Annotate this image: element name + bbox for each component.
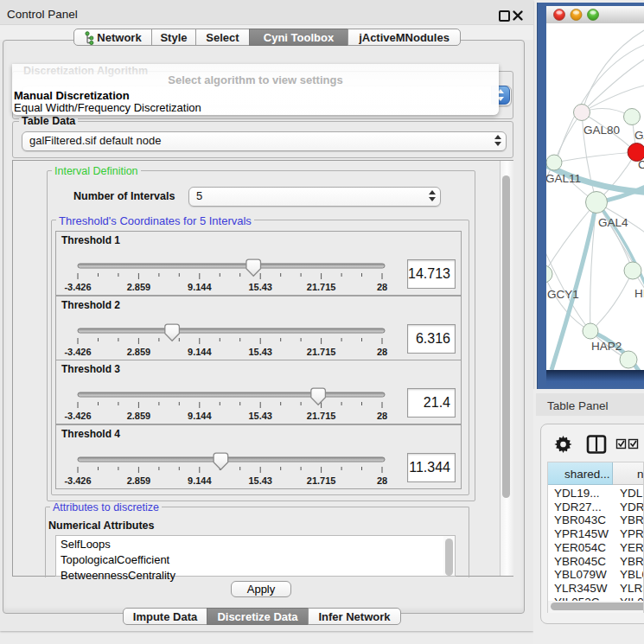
svg-text:15.43: 15.43 (248, 475, 272, 486)
svg-text:28: 28 (377, 347, 387, 357)
svg-text:CY: CY (638, 158, 644, 171)
svg-text:GAL11: GAL11 (546, 172, 581, 185)
svg-text:2.859: 2.859 (127, 411, 151, 421)
svg-text:28: 28 (377, 282, 387, 292)
svg-text:GAL80: GAL80 (583, 124, 620, 137)
svg-text:HIS: HIS (634, 287, 644, 300)
svg-text:15.43: 15.43 (248, 347, 272, 357)
svg-text:9.144: 9.144 (188, 282, 212, 292)
svg-text:28: 28 (377, 411, 387, 421)
svg-text:-3.426: -3.426 (64, 347, 91, 357)
svg-text:-3.426: -3.426 (64, 475, 91, 486)
svg-text:15.43: 15.43 (248, 411, 272, 421)
svg-text:21.715: 21.715 (307, 282, 336, 292)
svg-text:9.144: 9.144 (188, 411, 212, 421)
svg-text:21.715: 21.715 (307, 411, 336, 421)
svg-text:GAL4: GAL4 (598, 216, 628, 229)
svg-text:-3.426: -3.426 (64, 282, 91, 292)
svg-text:2.859: 2.859 (127, 475, 151, 486)
svg-text:2.859: 2.859 (127, 282, 151, 292)
svg-text:15.43: 15.43 (248, 282, 272, 292)
svg-text:21.715: 21.715 (307, 347, 336, 357)
svg-text:28: 28 (377, 475, 387, 486)
svg-text:9.144: 9.144 (188, 347, 212, 357)
svg-text:2.859: 2.859 (127, 347, 151, 357)
svg-text:-3.426: -3.426 (64, 411, 91, 421)
svg-text:21.715: 21.715 (307, 475, 336, 486)
svg-text:HAP2: HAP2 (591, 340, 622, 353)
svg-text:GCY1: GCY1 (547, 288, 579, 301)
svg-text:9.144: 9.144 (188, 475, 212, 486)
svg-text:GAL1: GAL1 (634, 129, 644, 142)
